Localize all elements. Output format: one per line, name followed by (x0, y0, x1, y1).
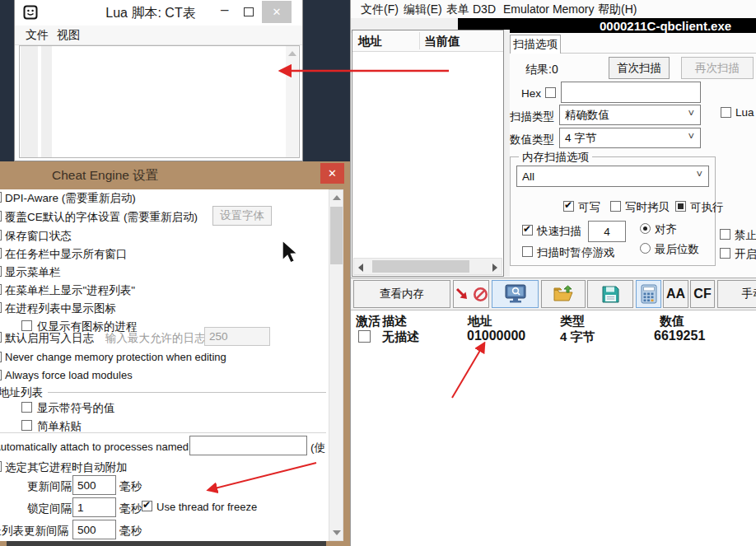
never-change-label: Never change memory protection when edit… (5, 351, 226, 363)
calculator-button[interactable] (636, 280, 661, 308)
save-window-checkbox[interactable] (0, 230, 2, 240)
log-size-input[interactable]: 250 (204, 327, 270, 346)
col-active[interactable]: 激活 (356, 314, 380, 329)
only-icon-procs-checkbox[interactable] (21, 320, 32, 331)
lua-editor-gutter (21, 46, 38, 157)
menu-d3d[interactable]: D3D (473, 2, 496, 16)
disable-checkbox[interactable] (720, 229, 730, 240)
executable-label: 可执行 (690, 200, 724, 215)
ms-label: 毫秒 (119, 524, 142, 539)
update-interval-input[interactable]: 500 (72, 475, 116, 495)
scroll-left-icon[interactable] (358, 264, 363, 272)
settings-scrollbar[interactable] (329, 189, 343, 541)
copy-on-write-checkbox[interactable] (610, 201, 621, 212)
menu-table[interactable]: 表单 (446, 2, 469, 17)
col-value[interactable]: 数值 (660, 314, 684, 329)
no-entry-icon[interactable] (473, 287, 488, 302)
scroll-up-icon[interactable] (333, 195, 341, 200)
col-type[interactable]: 类型 (560, 314, 585, 329)
scroll-right-icon[interactable] (492, 264, 497, 272)
scan-type-dropdown[interactable]: 精确数值 (559, 105, 701, 125)
fast-scan-value-input[interactable]: 4 (588, 221, 626, 242)
tab-scan-options[interactable]: 扫描选项 (510, 35, 561, 54)
scrollbar-thumb[interactable] (372, 260, 469, 273)
taskbar-checkbox[interactable] (0, 248, 2, 259)
force-load-checkbox[interactable] (0, 370, 2, 380)
fast-scan-label: 快速扫描 (537, 224, 581, 239)
auto-attach-input[interactable] (189, 436, 307, 455)
scroll-up-icon[interactable] (288, 51, 296, 56)
found-list-hscrollbar[interactable] (353, 258, 502, 275)
scroll-down-icon[interactable] (333, 530, 341, 535)
process-icons-checkbox[interactable] (0, 302, 2, 313)
lua-menu-view[interactable]: 视图 (57, 28, 80, 43)
log-default-checkbox[interactable] (0, 332, 2, 343)
lua-menu-file[interactable]: 文件 (26, 28, 49, 43)
auto-attach-other-label: 选定其它进程时自动附加 (5, 460, 128, 475)
memory-viewer-button[interactable] (492, 280, 539, 308)
never-change-checkbox[interactable] (0, 352, 2, 362)
found-col-value[interactable]: 当前值 (424, 34, 460, 49)
scan-value-input[interactable] (561, 82, 701, 103)
writable-checkbox[interactable] (563, 201, 574, 212)
open-table-button[interactable] (541, 280, 586, 308)
found-col-address[interactable]: 地址 (358, 34, 382, 49)
found-list: 地址 当前值 (352, 30, 504, 277)
set-font-button[interactable]: 设置字体 (212, 206, 272, 226)
memory-view-button[interactable]: 查看内存 (353, 280, 450, 308)
col-description[interactable]: 描述 (382, 314, 407, 329)
last-digits-label: 最后位数 (655, 242, 699, 257)
addresslist-group-label: 地址列表 (0, 385, 43, 400)
next-scan-button[interactable]: 再次扫描 (681, 57, 754, 79)
value-type-dropdown[interactable]: 4 字节 (559, 128, 701, 148)
save-table-button[interactable] (587, 280, 633, 308)
table-row[interactable]: 无描述 01000000 4 字节 6619251 (351, 329, 756, 348)
executable-checkbox[interactable] (675, 201, 686, 212)
pause-game-checkbox[interactable] (522, 246, 533, 257)
close-icon[interactable]: ✕ (262, 1, 292, 23)
addresslist-interval-input[interactable]: 500 (72, 520, 116, 539)
settings-content: DPI-Aware (需要重新启动) 覆盖CE默认的字体设置 (需要重新启动) … (0, 189, 329, 541)
red-arrow-icon[interactable] (455, 287, 469, 301)
last-digits-radio[interactable] (640, 243, 651, 254)
open-folder-icon (553, 285, 574, 303)
scrollbar-thumb[interactable] (330, 207, 343, 264)
enable-checkbox[interactable] (720, 248, 730, 259)
menu-help[interactable]: 帮助(H) (598, 2, 637, 17)
auto-attach-other-checkbox[interactable] (0, 461, 2, 472)
freeze-interval-input[interactable]: 1 (72, 497, 116, 517)
simple-paste-checkbox[interactable] (21, 420, 32, 431)
splitter[interactable] (504, 30, 510, 277)
first-scan-button[interactable]: 首次扫描 (609, 57, 670, 79)
lua-checkbox[interactable] (721, 107, 731, 118)
signed-values-checkbox[interactable] (21, 402, 32, 413)
maximize-icon[interactable] (244, 7, 254, 16)
aligned-radio[interactable] (640, 223, 651, 234)
close-icon[interactable]: ✕ (320, 163, 344, 184)
bottom-edge-bar (7, 541, 326, 546)
processlist-menu-checkbox[interactable] (0, 284, 2, 295)
menubar-checkbox[interactable] (0, 266, 2, 277)
col-address[interactable]: 地址 (468, 314, 492, 329)
minimize-icon[interactable]: – (221, 2, 228, 18)
manual-add-address-button[interactable]: 手动添加地址 (717, 280, 756, 308)
lua-editor-scrollbar[interactable] (286, 46, 298, 157)
aa-button[interactable]: AA (663, 280, 688, 308)
dpi-aware-checkbox[interactable] (0, 192, 2, 203)
lua-titlebar[interactable]: Lua 脚本: CT表 – ✕ (15, 0, 302, 26)
aligned-label: 对齐 (655, 222, 677, 237)
hex-checkbox[interactable] (545, 87, 556, 98)
lua-editor[interactable] (19, 45, 300, 158)
menu-file[interactable]: 文件(F) (361, 2, 399, 17)
fast-scan-checkbox[interactable] (522, 225, 533, 236)
cf-button[interactable]: CF (690, 280, 715, 308)
menu-edit[interactable]: 编辑(E) (404, 2, 442, 17)
menu-emulator-memory[interactable]: Emulator Memory (503, 2, 594, 16)
address-table: 激活 描述 地址 类型 数值 无描述 01000000 4 字节 6619251 (351, 311, 756, 546)
freeze-thread-checkbox[interactable] (142, 501, 152, 511)
row-active-checkbox[interactable] (358, 330, 371, 343)
column-divider (419, 32, 420, 49)
memory-region-dropdown[interactable]: All (516, 166, 709, 187)
log-default-label: 默认启用写入日志 (5, 331, 94, 346)
font-override-checkbox[interactable] (0, 211, 2, 222)
